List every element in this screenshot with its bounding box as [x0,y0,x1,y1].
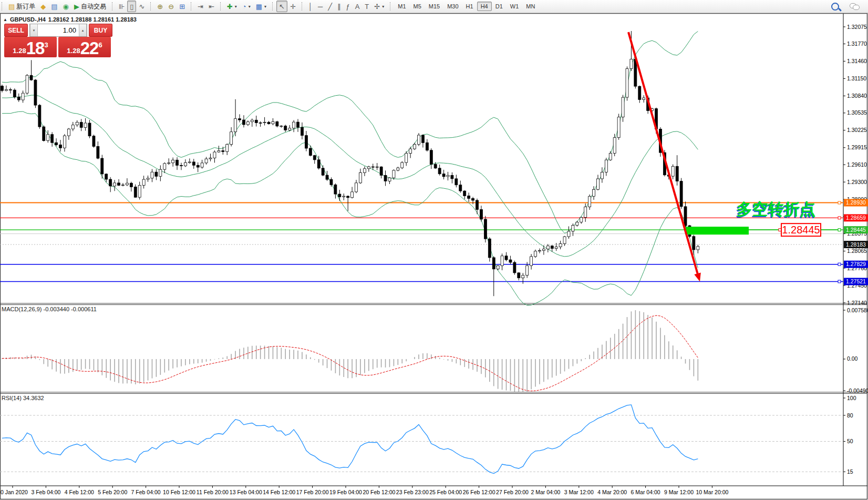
trendline-icon: ╱ [328,3,332,10]
svg-text:14 Feb 12:00: 14 Feb 12:00 [263,489,295,495]
svg-text:0.007586: 0.007586 [847,307,868,313]
buy-price-display[interactable]: 1.28 22 6 [58,37,111,57]
svg-text:26 Feb 12:00: 26 Feb 12:00 [463,489,495,495]
signals-icon[interactable]: ◉ [60,1,71,12]
indicators-icon: ✚ [227,3,233,10]
svg-text:17 Feb 20:00: 17 Feb 20:00 [296,489,329,495]
turning-point-annotation[interactable]: 多空转折点 [737,200,815,218]
line-anchor-square[interactable] [838,229,841,231]
chevron-down-icon[interactable]: ▾ [264,4,266,9]
toolbar-grip [302,2,304,11]
chevron-down-icon[interactable]: ▾ [235,4,237,9]
svg-text:1.28183: 1.28183 [846,241,866,248]
sell-button[interactable]: SELL [4,24,28,37]
periods-icon: ◔ [242,3,246,10]
toolbar-group-5: ↖✛ [271,1,300,12]
chevron-down-icon[interactable]: ▾ [249,4,251,9]
buy-price-sup: 6 [98,41,102,49]
zoom-out-icon: ⊖ [168,3,174,10]
svg-text:5 Feb 20:00: 5 Feb 20:00 [98,489,127,495]
search-icon[interactable] [829,1,842,12]
chart-window[interactable]: 1.320751.317701.314601.311501.308401.305… [0,13,868,500]
svg-text:1.31150: 1.31150 [847,75,866,81]
macd-indicator-label: MACD(12,26,9) -0.003440 -0.000611 [2,306,97,312]
new-order-button[interactable]: ▤新订单 [6,1,38,12]
timeframe-group: M1M5M15M30H1H4D1W1MN [388,1,540,12]
auto-scroll-icon[interactable]: ⇥ [195,1,206,12]
text-icon[interactable]: A [353,1,363,12]
buy-button[interactable]: BUY [89,24,112,37]
text-label-icon: T [365,3,369,10]
svg-text:1.30225: 1.30225 [847,127,867,133]
tile-windows-icon: ⊞ [179,3,185,10]
volume-spinner: ▾ ▴ [29,24,87,37]
volume-down-button[interactable]: ▾ [30,24,38,36]
vertical-line-icon[interactable]: │ [306,1,315,12]
timeframe-m30[interactable]: M30 [443,2,462,11]
arrows-tool-icon[interactable]: ✢▾ [371,1,387,12]
periods-icon[interactable]: ◔▾ [240,1,253,12]
indicators-icon[interactable]: ✚▾ [224,1,240,12]
volume-input[interactable] [38,24,79,36]
toolbar-grip [191,2,193,11]
zoom-in-icon[interactable]: ⊕ [154,1,166,12]
auto-scroll-icon: ⇥ [198,3,203,10]
timeframe-h1[interactable]: H1 [462,2,477,11]
zoom-out-icon[interactable]: ⊖ [166,1,177,12]
tile-windows-icon[interactable]: ⊞ [177,1,188,12]
svg-text:50: 50 [847,438,853,444]
toolbar-group-3: ⇥⇤ [189,1,219,12]
gold-icon[interactable]: ◆ [38,1,48,12]
cursor-icon[interactable]: ↖ [276,1,287,12]
trendline-icon[interactable]: ╱ [325,1,335,12]
timeframe-mn[interactable]: MN [522,2,539,11]
charts-window-icon[interactable]: ▤ [48,1,60,12]
svg-text:13 Feb 04:00: 13 Feb 04:00 [230,489,262,495]
crosshair-icon[interactable]: ✛ [287,1,298,12]
chart-shift-icon[interactable]: ⇤ [206,1,217,12]
line-anchor-square[interactable] [838,201,841,204]
chat-icon[interactable] [847,1,862,12]
green-highlight-rect[interactable] [686,227,749,234]
timeframe-w1[interactable]: W1 [507,2,523,11]
timeframe-m5[interactable]: M5 [410,2,425,11]
horizontal-line-icon[interactable]: ─ [315,1,325,12]
line-anchor-square[interactable] [838,280,841,283]
arrows-tool-icon: ✢ [374,3,380,10]
svg-text:7 Feb 04:00: 7 Feb 04:00 [131,489,161,495]
svg-text:4 Mar 20:00: 4 Mar 20:00 [597,489,627,495]
bar-chart-icon[interactable]: ⊪ [116,1,127,12]
candle-chart-icon: ▯ [130,3,133,10]
autotrade-icon: ▶ [74,3,79,10]
svg-text:11 Feb 20:00: 11 Feb 20:00 [197,489,229,495]
line-anchor-square[interactable] [838,217,841,219]
sell-price-base: 1.28 [13,47,26,55]
svg-text:1.27521: 1.27521 [846,278,866,284]
text-label-icon[interactable]: T [362,1,371,12]
sell-price-display[interactable]: 1.28 18 3 [4,37,57,57]
buy-price-base: 1.28 [67,47,80,55]
line-chart-icon[interactable]: ∿ [136,1,147,12]
chevron-down-icon[interactable]: ▾ [382,4,384,9]
svg-text:1.28445: 1.28445 [846,227,866,233]
svg-text:1.27829: 1.27829 [846,261,866,267]
cursor-icon: ↖ [279,3,285,10]
zoom-in-icon: ⊕ [157,3,163,10]
symbol-period: GBPUSD-,H4 [10,16,46,23]
svg-text:1.29915: 1.29915 [847,144,867,150]
timeframe-h4[interactable]: H4 [477,2,492,11]
fibonacci-icon[interactable]: ƒ [343,1,352,12]
channel-icon[interactable]: ∥ [335,1,344,12]
svg-text:1.32075: 1.32075 [847,24,867,30]
timeframe-m1[interactable]: M1 [394,2,409,11]
price-callout-text: 1.28445 [782,224,820,236]
timeframe-d1[interactable]: D1 [492,2,507,11]
timeframe-m15[interactable]: M15 [425,2,443,11]
line-anchor-square[interactable] [838,263,841,266]
candle-chart-icon[interactable]: ▯ [127,1,136,12]
volume-up-button[interactable]: ▴ [79,24,87,36]
svg-text:4 Feb 12:00: 4 Feb 12:00 [65,489,94,495]
one-click-trading-panel: SELL ▾ ▴ BUY 1.28 18 3 1.28 22 6 [4,24,112,57]
autotrade-button[interactable]: ▶自动交易 [71,1,109,12]
templates-icon[interactable]: ▦▾ [253,1,269,12]
